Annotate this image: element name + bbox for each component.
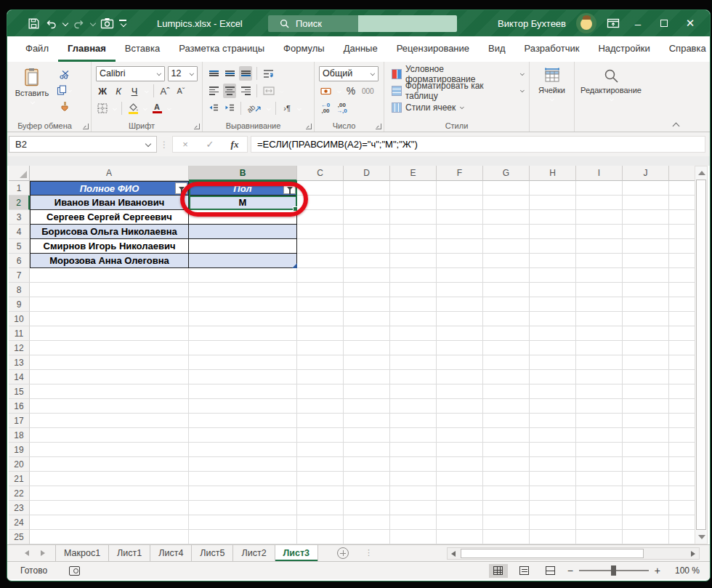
cell-B18[interactable] <box>189 428 297 443</box>
row-header-16[interactable]: 16 <box>9 399 30 414</box>
cell-F14[interactable] <box>437 370 483 384</box>
cell-H4[interactable] <box>530 225 576 239</box>
cell-G18[interactable] <box>483 428 530 443</box>
cell-G13[interactable] <box>483 355 530 370</box>
cell-B11[interactable] <box>189 326 297 341</box>
column-header-H[interactable]: H <box>530 166 576 181</box>
cell-G8[interactable] <box>483 283 530 297</box>
ribbon-tab-2[interactable]: Вставка <box>116 36 169 62</box>
sheet-tab-Лист2[interactable]: Лист2 <box>233 545 275 561</box>
cell-C7[interactable] <box>297 268 344 283</box>
cell-G25[interactable] <box>483 530 530 544</box>
cell-D7[interactable] <box>344 268 390 283</box>
cell-F1[interactable] <box>437 181 483 196</box>
cell-F18[interactable] <box>437 428 483 443</box>
column-header-F[interactable]: F <box>437 166 483 181</box>
cell-H6[interactable] <box>530 254 576 268</box>
column-header-J[interactable]: J <box>623 166 669 181</box>
cell-B7[interactable] <box>189 268 297 283</box>
increase-indent-button[interactable] <box>223 101 236 116</box>
cell-J19[interactable] <box>623 443 669 457</box>
cell-B10[interactable] <box>189 312 297 326</box>
cell-H19[interactable] <box>530 443 576 457</box>
cell-D5[interactable] <box>344 239 390 254</box>
cell-H17[interactable] <box>530 414 576 428</box>
cell-C17[interactable] <box>297 414 344 428</box>
cell-I20[interactable] <box>576 457 623 472</box>
cell-H9[interactable] <box>530 297 576 312</box>
cell-A10[interactable] <box>30 312 189 326</box>
cell-D3[interactable] <box>344 210 390 225</box>
cell-D9[interactable] <box>344 297 390 312</box>
vertical-scrollbar[interactable] <box>695 166 708 544</box>
cell-F9[interactable] <box>437 297 483 312</box>
cell-H15[interactable] <box>530 384 576 399</box>
cell-A22[interactable] <box>30 486 189 501</box>
cell-D13[interactable] <box>344 355 390 370</box>
cell-E4[interactable] <box>390 225 437 239</box>
cell-H5[interactable] <box>530 239 576 254</box>
column-header-I[interactable]: I <box>576 166 623 181</box>
cell-F10[interactable] <box>437 312 483 326</box>
cell-I10[interactable] <box>576 312 623 326</box>
styles-item-2[interactable]: Стили ячеек <box>392 100 525 115</box>
cell-C3[interactable] <box>297 210 344 225</box>
font-name-combo[interactable]: Calibri <box>96 66 165 81</box>
cell-G23[interactable] <box>483 501 530 515</box>
cell-E20[interactable] <box>390 457 437 472</box>
cell-F2[interactable] <box>437 196 483 210</box>
cell-J14[interactable] <box>623 370 669 384</box>
row-header-11[interactable]: 11 <box>9 326 30 341</box>
cell-H24[interactable] <box>530 515 576 530</box>
cell-H21[interactable] <box>530 472 576 486</box>
cell-C19[interactable] <box>297 443 344 457</box>
cell-E2[interactable] <box>390 196 437 210</box>
cell-I9[interactable] <box>576 297 623 312</box>
cell-E17[interactable] <box>390 414 437 428</box>
cell-D24[interactable] <box>344 515 390 530</box>
cell-F12[interactable] <box>437 341 483 355</box>
text-direction-dropdown[interactable] <box>297 107 301 110</box>
row-header-5[interactable]: 5 <box>9 239 30 254</box>
cell-I17[interactable] <box>576 414 623 428</box>
cell-J15[interactable] <box>623 384 669 399</box>
cell-I3[interactable] <box>576 210 623 225</box>
ribbon-tab-6[interactable]: Рецензирование <box>387 36 479 62</box>
column-header-A[interactable]: A <box>30 166 189 181</box>
cell-J21[interactable] <box>623 472 669 486</box>
cell-E8[interactable] <box>390 283 437 297</box>
cell-B13[interactable] <box>189 355 297 370</box>
decrease-decimal-button[interactable]: ,00 →,0 <box>335 101 349 116</box>
cell-J24[interactable] <box>623 515 669 530</box>
cell-G17[interactable] <box>483 414 530 428</box>
cell-B19[interactable] <box>189 443 297 457</box>
sheet-tab-splitter[interactable]: ⋮ <box>365 548 373 561</box>
cell-F13[interactable] <box>437 355 483 370</box>
font-size-combo[interactable]: 12 <box>168 66 198 81</box>
cell-D16[interactable] <box>344 399 390 414</box>
cell-A17[interactable] <box>30 414 189 428</box>
cell-H25[interactable] <box>530 530 576 544</box>
copy-button[interactable] <box>55 83 73 97</box>
cell-A1[interactable]: Полное ФИО <box>30 181 189 196</box>
cell-D4[interactable] <box>344 225 390 239</box>
cell-C2[interactable] <box>297 196 344 210</box>
zoom-level[interactable]: 100 % <box>668 565 700 576</box>
cell-A6[interactable]: Морозова Анна Олеговна <box>30 254 189 268</box>
cell-I11[interactable] <box>576 326 623 341</box>
cell-I5[interactable] <box>576 239 623 254</box>
sheet-tab-Лист4[interactable]: Лист4 <box>150 545 192 561</box>
cell-H2[interactable] <box>530 196 576 210</box>
cell-H8[interactable] <box>530 283 576 297</box>
shrink-font-button[interactable]: Аˇ <box>174 84 187 98</box>
cell-D21[interactable] <box>344 472 390 486</box>
enter-formula-button[interactable]: ✓ <box>198 139 222 150</box>
row-header-19[interactable]: 19 <box>9 443 30 457</box>
row-header-25[interactable]: 25 <box>9 530 30 544</box>
filter-button-a1[interactable] <box>175 182 187 194</box>
cell-C15[interactable] <box>297 384 344 399</box>
paste-button[interactable]: Вставить <box>13 65 51 117</box>
cell-I25[interactable] <box>576 530 623 544</box>
cell-J13[interactable] <box>623 355 669 370</box>
cell-E9[interactable] <box>390 297 437 312</box>
